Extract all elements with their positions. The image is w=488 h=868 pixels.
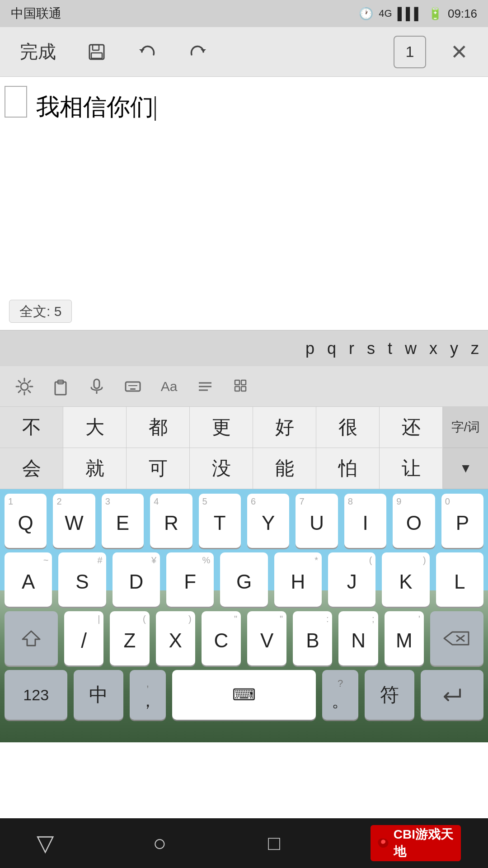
key-z[interactable]: (Z (110, 611, 149, 665)
key-r[interactable]: 4R (150, 494, 192, 548)
candidate-cell[interactable]: 怕 (316, 448, 380, 489)
key-f[interactable]: %F (166, 552, 214, 607)
ime-scroll-letter[interactable]: s (367, 339, 375, 358)
save-icon (87, 42, 107, 62)
key-symbols[interactable]: 符 (365, 670, 414, 720)
back-button[interactable]: ▽ (27, 825, 63, 861)
ime-microphone-icon[interactable] (79, 377, 115, 396)
save-button[interactable] (80, 38, 113, 66)
key-enter[interactable] (421, 670, 483, 720)
word-count-bar: 全文: 5 (9, 302, 72, 321)
ime-scroll-letter[interactable]: w (405, 339, 417, 358)
ime-lines-icon[interactable] (187, 377, 223, 396)
keyboard-row-qwerty: 1Q2W3E4R5T6Y7U8I9O0P (0, 489, 488, 548)
battery-icon: 🔋 (428, 7, 442, 21)
candidate-cell[interactable]: 让 (380, 448, 443, 489)
key-h[interactable]: *H (274, 552, 322, 607)
candidate-cell[interactable]: 能 (253, 448, 316, 489)
text-cursor (155, 96, 156, 121)
redo-button[interactable] (182, 38, 214, 66)
key-k[interactable]: )K (382, 552, 429, 607)
ime-scroll-letter[interactable]: x (429, 339, 437, 358)
ime-scroll-letter[interactable]: q (327, 339, 336, 358)
key-period-bottom: 。 (332, 689, 349, 712)
cbi-text: CBI游戏天地 (394, 826, 456, 860)
candidate-cell[interactable]: 就 (63, 448, 127, 489)
candidate-cell[interactable]: 可 (127, 448, 190, 489)
key-g[interactable]: G (220, 552, 267, 607)
key-e[interactable]: 3E (102, 494, 144, 548)
alarm-icon: 🕐 (359, 7, 373, 21)
key-j[interactable]: (J (328, 552, 375, 607)
ime-scroll-letter[interactable]: y (450, 339, 458, 358)
candidate-cell[interactable]: 大 (63, 407, 127, 448)
editor-area[interactable]: 我相信你们 全文: 5 (0, 77, 488, 330)
key-backspace[interactable] (430, 611, 483, 665)
ime-scroll-letter[interactable]: p (305, 339, 314, 358)
key-b[interactable]: :B (293, 611, 332, 665)
key-chinese-input[interactable]: 中 (74, 670, 123, 720)
candidate-row-1: 不大都更好很还 (0, 407, 443, 448)
ime-scroll-letter[interactable]: z (471, 339, 479, 358)
key-u[interactable]: 7U (296, 494, 338, 548)
ime-scroll-letter[interactable]: r (349, 339, 354, 358)
key-c[interactable]: "C (202, 611, 241, 665)
editor-text[interactable]: 我相信你们 (36, 86, 479, 123)
ime-scroll-row: pqrstwxyz (0, 330, 488, 366)
word-count-badge: 全文: 5 (9, 300, 72, 323)
key-v[interactable]: "V (247, 611, 286, 665)
key-shift[interactable] (5, 611, 58, 665)
key-a[interactable]: ~A (5, 552, 52, 607)
svg-marker-4 (201, 49, 206, 52)
keyboard-area: 1Q2W3E4R5T6Y7U8I9O0P ~A#S¥D%FG*H(J)KL |/… (0, 489, 488, 726)
key-o[interactable]: 9O (393, 494, 435, 548)
candidate-cell[interactable]: 更 (190, 407, 253, 448)
ime-aa-icon[interactable]: Aa (151, 379, 187, 394)
key-i[interactable]: 8I (344, 494, 386, 548)
candidate-side: 字/词 ▼ (443, 407, 488, 489)
candidate-cell[interactable]: 会 (0, 448, 63, 489)
key-m[interactable]: 'M (385, 611, 424, 665)
home-button[interactable]: ○ (141, 825, 178, 861)
key-w[interactable]: 2W (53, 494, 95, 548)
ime-keyboard-icon[interactable] (115, 377, 151, 396)
key-q[interactable]: 1Q (5, 494, 47, 548)
key-space[interactable]: ⌨ (172, 670, 316, 720)
ime-clipboard-icon[interactable] (42, 377, 79, 396)
expand-candidates-button[interactable]: ▼ (443, 448, 488, 489)
candidate-cell[interactable]: 都 (127, 407, 190, 448)
key-p[interactable]: 0P (441, 494, 483, 548)
candidate-cell[interactable]: 没 (190, 448, 253, 489)
key-slash[interactable]: |/ (64, 611, 103, 665)
key-comma[interactable]: , ， (130, 670, 166, 720)
key-l[interactable]: L (436, 552, 483, 607)
keyboard-rows: 1Q2W3E4R5T6Y7U8I9O0P ~A#S¥D%FG*H(J)KL |/… (0, 489, 488, 726)
done-button[interactable]: 完成 (14, 35, 62, 69)
ime-pinyin-row: Aa (0, 366, 488, 407)
close-button[interactable]: ✕ (444, 35, 474, 69)
key-123[interactable]: 123 (5, 670, 67, 720)
page-thumbnail (5, 86, 27, 118)
cbi-dragon-icon (375, 834, 391, 852)
candidate-cell[interactable]: 好 (253, 407, 316, 448)
key-t[interactable]: 5T (199, 494, 241, 548)
toolbar: 完成 1 ✕ (0, 27, 488, 77)
candidate-cell[interactable]: 很 (316, 407, 380, 448)
ime-scroll-letter[interactable]: t (388, 339, 392, 358)
candidate-chars: 不大都更好很还 会就可没能怕让 (0, 407, 443, 489)
key-period[interactable]: ? 。 (322, 670, 358, 720)
svg-rect-8 (94, 379, 99, 388)
page-number-button[interactable]: 1 (394, 36, 426, 68)
undo-button[interactable] (131, 38, 164, 66)
key-s[interactable]: #S (58, 552, 106, 607)
candidate-cell[interactable]: 还 (380, 407, 443, 448)
key-d[interactable]: ¥D (113, 552, 160, 607)
key-n[interactable]: ;N (338, 611, 378, 665)
ime-settings-icon[interactable] (6, 377, 42, 396)
candidate-cell[interactable]: 不 (0, 407, 63, 448)
ime-grid-icon[interactable] (223, 377, 259, 396)
key-y[interactable]: 6Y (247, 494, 289, 548)
recents-button[interactable]: □ (256, 825, 292, 861)
character-word-toggle[interactable]: 字/词 (443, 407, 488, 448)
key-x[interactable]: )X (156, 611, 195, 665)
